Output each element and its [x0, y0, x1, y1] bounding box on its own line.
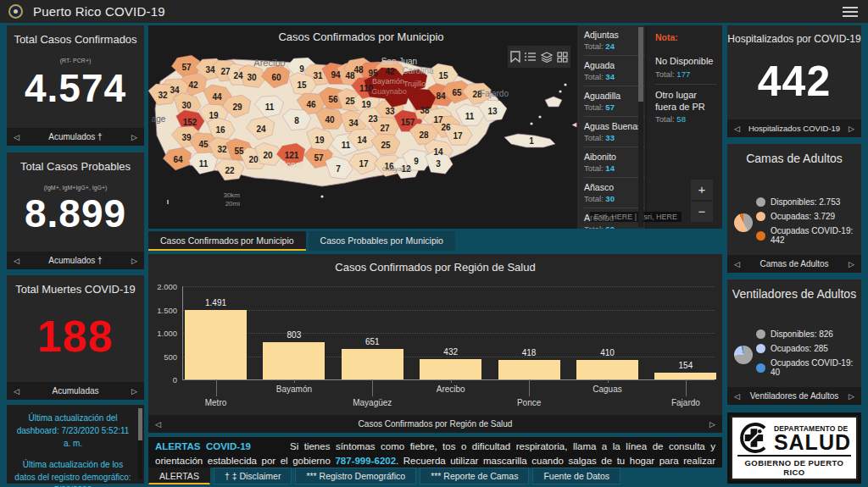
camas-pie-chart[interactable] [734, 213, 753, 232]
bar-fajardo[interactable] [654, 373, 716, 379]
municipality-case-count: 23 [368, 114, 378, 124]
tab-alertas[interactable]: ALERTAS [148, 468, 210, 484]
panel-title: Hospitalizados por COVID-19 [727, 25, 861, 45]
registry-update-text: Última actualización de los datos del re… [14, 458, 132, 487]
list-item[interactable]: AguadillaTotal: 57 [584, 86, 645, 117]
bar-mayagüez[interactable] [342, 349, 403, 379]
list-item[interactable]: AibonitoTotal: 14 [584, 147, 645, 178]
bar-caguas[interactable] [576, 360, 638, 379]
menu-icon[interactable] [843, 4, 858, 19]
departamento-salud-logo: DEPARTAMENTO DE SALUD GOBIERNO DE PUERTO… [727, 412, 861, 484]
municipality-case-count: 17 [453, 131, 463, 141]
municipality-case-count: 25 [381, 141, 391, 150]
list-collapse-icon[interactable]: ◄ [570, 120, 578, 129]
municipality-case-count: 34 [348, 119, 359, 128]
x-category-label: Metro [178, 398, 254, 407]
municipality-case-count: 19 [209, 111, 219, 120]
scrollbar[interactable] [138, 408, 142, 479]
panel-camas-adultos: Camas de Adultos Disponibles: 2.753Ocupa… [727, 144, 861, 273]
y-tick-label: 500 [152, 352, 177, 362]
nav-label: Hospitalizados COVID-19 [740, 124, 849, 133]
next-arrow-icon[interactable]: ▷ [849, 125, 854, 133]
carousel-nav: ◁ Acumulados † ▷ [7, 128, 144, 146]
municipality-list[interactable]: AdjuntasTotal: 24AguadaTotal: 34Aguadill… [577, 25, 645, 229]
tab--disclaimer[interactable]: † ‡ Disclaimer [214, 468, 292, 484]
municipality-case-count: 8 [294, 116, 299, 125]
bar-ponce[interactable] [498, 360, 560, 379]
bar-metro[interactable] [185, 310, 247, 379]
layers-icon[interactable] [541, 52, 553, 63]
municipality-case-count: 3 [436, 159, 441, 169]
prev-arrow-icon[interactable]: ◁ [14, 257, 19, 265]
tab-fuente-de-datos[interactable]: Fuente de Datos [532, 468, 620, 484]
nota-item: No DisponibleTotal: 177 [655, 51, 717, 84]
municipality-case-count: 121 [285, 151, 299, 160]
confirmados-value: 4.574 [7, 65, 144, 111]
bottom-tab-bar: ALERTAS† ‡ Disclaimer*** Registro Demogr… [148, 468, 624, 487]
basemap-icon[interactable] [557, 52, 568, 63]
list-item[interactable]: Aguas BuenasTotal: 33 [584, 117, 645, 147]
next-arrow-icon[interactable]: ▷ [131, 133, 137, 141]
x-category-label: Fajardo [648, 398, 724, 407]
municipality-case-count: 20 [263, 151, 273, 160]
next-arrow-icon[interactable]: ▷ [849, 260, 854, 268]
municipality-case-count: 14 [433, 147, 443, 157]
municipality-case-count: 15 [438, 71, 448, 80]
basemap-place-label: age [152, 114, 166, 124]
tab--reporte-de-camas[interactable]: *** Reporte de Camas [420, 468, 529, 484]
list-item[interactable]: AdjuntasTotal: 24 [584, 25, 645, 56]
tab-casos-confirmados-por-municipio[interactable]: Casos Confirmados por Municipio [148, 231, 306, 251]
prev-arrow-icon[interactable]: ◁ [14, 387, 19, 396]
bar-value-label: 410 [582, 348, 633, 357]
prev-arrow-icon[interactable]: ◁ [734, 392, 740, 401]
next-arrow-icon[interactable]: ▷ [849, 392, 854, 401]
bar-value-label: 418 [504, 348, 554, 357]
basemap-place-label: Guayama [382, 165, 412, 173]
zoom-in-button[interactable]: + [691, 180, 713, 200]
municipality-case-count: 42 [188, 80, 198, 90]
bar-bayamón[interactable] [263, 342, 325, 379]
next-arrow-icon[interactable]: ▷ [131, 387, 137, 396]
municipality-case-count: 11 [342, 141, 351, 150]
next-arrow-icon[interactable]: ▷ [131, 257, 137, 265]
legend-list-icon[interactable] [525, 52, 537, 62]
legend-row: Ocupadas COVID-19: 442 [756, 226, 861, 245]
prev-arrow-icon[interactable]: ◁ [14, 133, 19, 141]
municipality-case-count: 34 [205, 65, 215, 75]
municipality-case-count: 44 [212, 92, 222, 102]
municipality-case-count: 15 [297, 80, 307, 90]
municipality-case-count: 94 [331, 70, 341, 80]
y-tick-label: 2.000 [152, 282, 177, 291]
panel-hospitalizados: Hospitalizados por COVID-19 442 ◁ Hospit… [727, 25, 861, 137]
bookmark-icon[interactable] [510, 51, 520, 63]
tab-casos-probables-por-municipio[interactable]: Casos Probables por Municipio [309, 231, 455, 251]
prev-arrow-icon[interactable]: ◁ [155, 420, 161, 429]
municipality-list-scrollbar[interactable] [638, 27, 643, 227]
municipality-case-count: 60 [271, 73, 281, 82]
municipality-case-count: 7 [336, 164, 341, 174]
tab--registro-demogr-fico[interactable]: *** Registro Demográfico [295, 468, 416, 484]
panel-ventiladores-adultos: Ventiladores de Adultos Disponibles: 826… [727, 279, 861, 405]
panel-title: Camas de Adultos [727, 144, 861, 165]
salud-cross-icon [737, 421, 771, 455]
bar-value-label: 651 [347, 337, 398, 346]
nota-heading: Nota: [655, 32, 717, 42]
prev-arrow-icon[interactable]: ◁ [734, 125, 740, 133]
ventiladores-pie-chart[interactable] [734, 346, 753, 364]
y-tick-label: 1.500 [152, 306, 177, 315]
probables-value: 8.899 [7, 191, 144, 236]
list-item[interactable]: AguadaTotal: 34 [584, 56, 645, 86]
prev-arrow-icon[interactable]: ◁ [734, 260, 740, 268]
basemap-place-label: San Juan [381, 57, 417, 66]
map-title: Casos Confirmados por Municipio [148, 30, 574, 43]
next-arrow-icon[interactable]: ▷ [709, 420, 715, 429]
municipality-case-count: 39 [181, 133, 192, 142]
basemap-place-label: Arecibo [253, 58, 285, 68]
municipality-case-count: 29 [232, 102, 242, 112]
panel-subtitle: (RT- PCR+) [7, 58, 144, 64]
zoom-out-button[interactable]: − [691, 202, 713, 222]
alert-phone[interactable]: 787-999-6202 [335, 456, 396, 466]
carousel-nav: ◁ Hospitalizados COVID-19 ▷ [727, 119, 861, 137]
bar-arecibo[interactable] [420, 359, 481, 379]
list-item[interactable]: AñascoTotal: 30 [584, 178, 645, 208]
